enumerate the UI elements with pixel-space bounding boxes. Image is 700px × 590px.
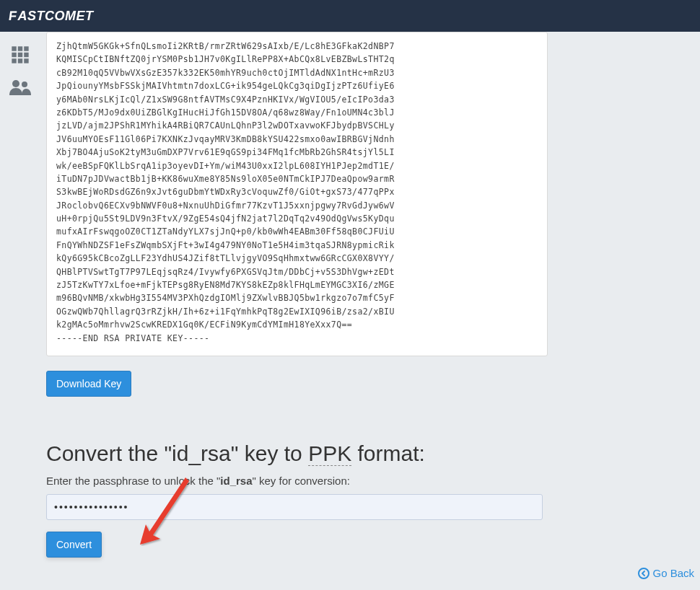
- passphrase-input[interactable]: [46, 494, 543, 520]
- convert-heading: Convert the "id_rsa" key to PPK format:: [46, 441, 694, 466]
- sidebar: [0, 32, 40, 590]
- svg-rect-2: [24, 46, 28, 50]
- ppk-abbrev: PPK: [308, 441, 351, 466]
- svg-rect-7: [18, 58, 22, 63]
- svg-rect-6: [12, 58, 16, 63]
- go-back-link[interactable]: Go Back: [638, 567, 694, 579]
- svg-rect-4: [18, 53, 22, 57]
- download-key-button[interactable]: Download Key: [46, 371, 131, 397]
- svg-rect-3: [12, 53, 16, 57]
- arrow-left-circle-icon: [638, 568, 649, 579]
- svg-point-10: [22, 82, 27, 87]
- svg-rect-1: [18, 46, 22, 50]
- grid-icon[interactable]: [10, 45, 30, 68]
- brand-logo: FFASTCOMETASTCOMET: [9, 9, 94, 24]
- convert-button[interactable]: Convert: [46, 532, 102, 558]
- passphrase-instruction: Enter the passphrase to unlock the "id_r…: [46, 475, 694, 487]
- svg-rect-8: [24, 58, 28, 63]
- private-key-display: ZjhQtmW5GKGk+SfnQLsmoIi2KRtB/rmrZRtW629s…: [46, 32, 548, 356]
- svg-point-9: [12, 80, 19, 87]
- svg-rect-5: [24, 53, 28, 57]
- private-key-text: ZjhQtmW5GKGk+SfnQLsmoIi2KRtB/rmrZRtW629s…: [56, 40, 538, 345]
- users-icon[interactable]: [9, 79, 31, 98]
- main-content: ZjhQtmW5GKGk+SfnQLsmoIi2KRtB/rmrZRtW629s…: [40, 32, 700, 590]
- topbar: FFASTCOMETASTCOMET: [0, 0, 700, 32]
- svg-rect-0: [12, 46, 16, 50]
